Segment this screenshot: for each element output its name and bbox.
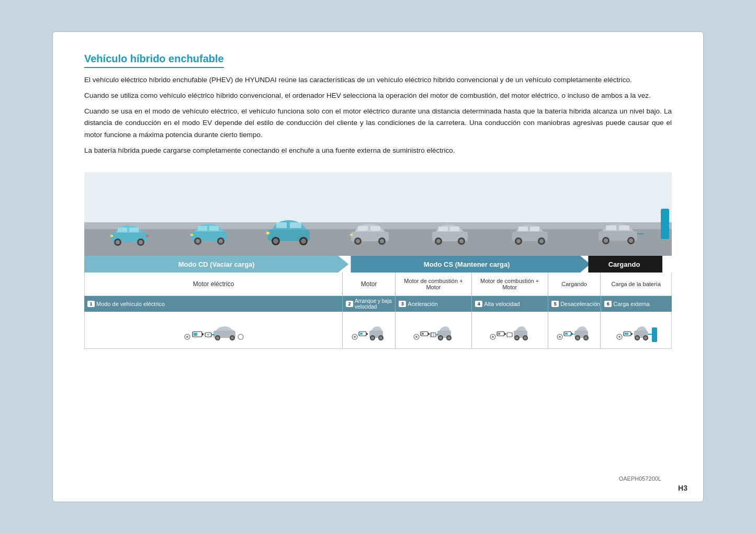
- svg-point-108: [515, 336, 518, 339]
- svg-point-122: [618, 336, 620, 338]
- svg-rect-55: [606, 225, 616, 230]
- svg-rect-105: [507, 333, 512, 337]
- svg-rect-12: [198, 226, 207, 231]
- icon-cell-6: [601, 312, 671, 348]
- svg-point-53: [595, 243, 641, 246]
- svg-rect-39: [438, 226, 448, 231]
- svg-point-83: [371, 336, 374, 339]
- diagram-section: Modo CD (Vaciar carga) Modo CS (Mantener…: [84, 172, 672, 349]
- motor-label-5: Cargando: [548, 273, 601, 296]
- main-page: Vehículo híbrido enchufable El vehículo …: [52, 31, 704, 502]
- svg-point-101: [492, 336, 494, 338]
- motor-label-2: Motor: [343, 273, 396, 296]
- svg-rect-2: [118, 228, 127, 232]
- svg-rect-103: [504, 333, 506, 335]
- svg-point-45: [509, 243, 551, 246]
- svg-rect-36: [350, 234, 353, 236]
- motor-label-6: Carga de la batería: [601, 273, 671, 296]
- svg-rect-91: [431, 333, 436, 337]
- car-2: [170, 219, 250, 246]
- icon-cell-5: [548, 312, 601, 348]
- svg-rect-65: [202, 333, 204, 335]
- svg-point-110: [524, 336, 527, 339]
- motor-label-4: Motor de combustión + Motor: [472, 273, 548, 296]
- motor-label-1: Motor eléctrico: [85, 273, 343, 296]
- page-title: Vehículo híbrido enchufable: [84, 53, 224, 68]
- page-number: H3: [678, 484, 687, 492]
- svg-rect-115: [565, 333, 568, 335]
- step-6: 6 Carga externa: [601, 296, 672, 312]
- mode-cd-label: Modo CD (Vaciar carga): [84, 256, 348, 273]
- motor-labels-row: Motor eléctrico Motor Motor de combustió…: [84, 273, 672, 296]
- car-road: [84, 172, 672, 256]
- car-7: [570, 219, 667, 246]
- svg-rect-56: [619, 225, 629, 230]
- paragraph-4: La batería híbrida puede cargarse comple…: [84, 145, 672, 156]
- svg-point-7: [139, 240, 143, 244]
- svg-point-52: [539, 239, 544, 243]
- svg-point-5: [116, 240, 120, 244]
- step-1: 1 Modo de vehículo eléctrico: [84, 296, 343, 312]
- svg-point-37: [429, 243, 471, 246]
- step-4: 4 Alta velocidad: [472, 296, 548, 312]
- svg-rect-9: [146, 235, 149, 237]
- svg-point-118: [576, 336, 579, 339]
- svg-rect-80: [360, 333, 363, 335]
- svg-rect-125: [625, 333, 628, 335]
- svg-rect-8: [110, 235, 113, 237]
- svg-point-98: [447, 336, 450, 339]
- svg-rect-104: [498, 333, 500, 335]
- svg-rect-79: [366, 333, 368, 335]
- svg-point-35: [380, 239, 384, 243]
- cars-row: [84, 215, 672, 246]
- svg-point-73: [231, 336, 234, 339]
- car-4: [330, 219, 410, 246]
- svg-point-85: [379, 336, 382, 339]
- svg-point-87: [415, 336, 418, 338]
- icon-cell-3: [396, 312, 472, 348]
- paragraph-1: El vehículo eléctrico híbrido enchufable…: [84, 74, 672, 86]
- car-1: [89, 221, 170, 246]
- steps-row: 1 Modo de vehículo eléctrico 2 Arranque …: [84, 296, 672, 312]
- paragraph-3: Cuando se usa en el modo de vehículo elé…: [84, 106, 672, 141]
- step-2: 2 Arranque y baja velocidad: [343, 296, 396, 312]
- motor-label-3: Motor de combustión + Motor: [396, 273, 472, 296]
- svg-rect-18: [190, 234, 193, 236]
- svg-point-120: [584, 336, 588, 339]
- svg-rect-66: [194, 333, 197, 336]
- step-3: 3 Aceleración: [396, 296, 472, 312]
- svg-point-71: [216, 336, 219, 339]
- svg-point-26: [301, 239, 306, 244]
- svg-point-128: [636, 336, 639, 339]
- svg-rect-30: [358, 226, 368, 231]
- icon-cell-1: [85, 312, 343, 348]
- svg-point-96: [439, 336, 442, 339]
- mode-cs-label: Modo CS (Mantener carga): [343, 256, 590, 273]
- svg-point-60: [629, 239, 633, 243]
- car-5: [410, 220, 490, 246]
- svg-rect-27: [266, 232, 269, 234]
- svg-rect-47: [518, 226, 528, 231]
- svg-point-50: [516, 239, 521, 243]
- svg-rect-3: [129, 228, 139, 232]
- svg-point-112: [559, 336, 561, 338]
- paragraph-2: Cuando se utiliza como vehículo eléctric…: [84, 90, 672, 101]
- svg-rect-22: [290, 222, 301, 228]
- mode-arrows: Modo CD (Vaciar carga) Modo CS (Mantener…: [84, 256, 672, 273]
- svg-point-33: [356, 239, 360, 243]
- svg-point-15: [196, 239, 200, 243]
- svg-point-10: [188, 243, 230, 246]
- svg-rect-40: [450, 226, 459, 231]
- svg-rect-89: [428, 333, 430, 335]
- car-6: [490, 220, 570, 246]
- svg-rect-21: [276, 222, 287, 228]
- svg-rect-31: [370, 226, 380, 231]
- svg-rect-132: [652, 327, 657, 342]
- mode-charging-label: Cargando: [586, 256, 662, 273]
- svg-point-58: [604, 239, 608, 243]
- svg-point-24: [273, 239, 278, 244]
- icon-cell-2: [343, 312, 396, 348]
- car-3: [250, 215, 330, 246]
- step-5: 5 Desaceleración: [548, 296, 601, 312]
- diagram-icons-row: [84, 312, 672, 349]
